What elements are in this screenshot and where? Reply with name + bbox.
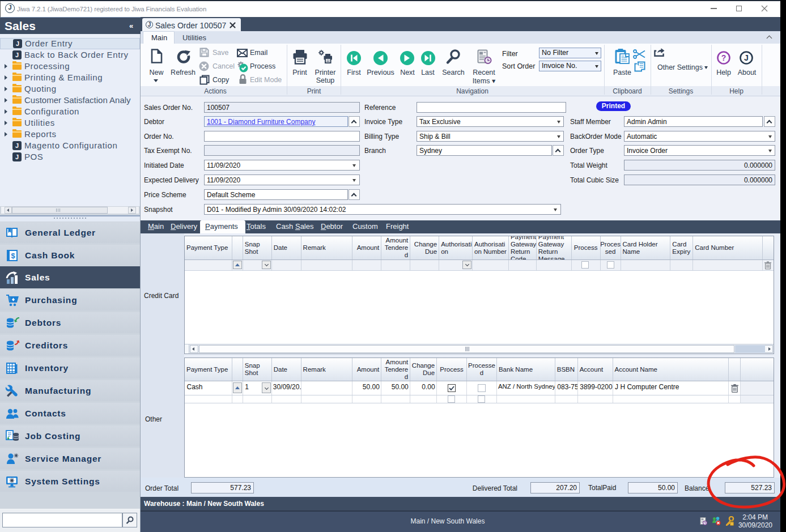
svg-text:$: $: [11, 252, 15, 260]
svg-text:J: J: [744, 53, 749, 62]
svg-text:?: ?: [721, 53, 726, 62]
